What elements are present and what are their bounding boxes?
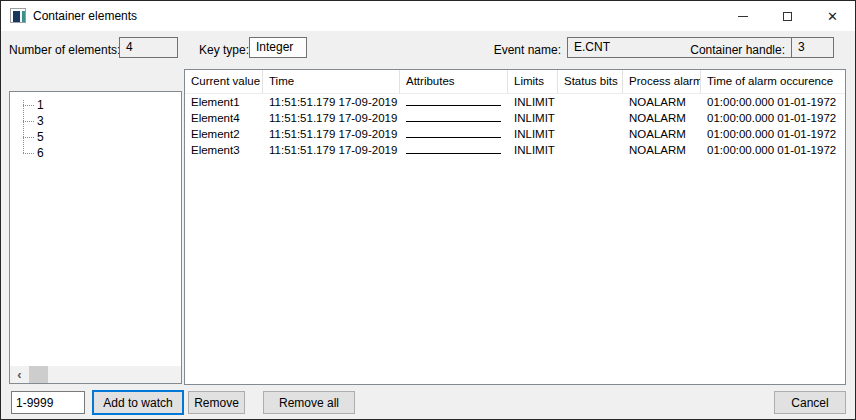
- minimize-icon: [738, 16, 748, 17]
- column-header-status-bits[interactable]: Status bits: [558, 70, 623, 93]
- window-title: Container elements: [33, 1, 137, 31]
- cell-process-alarm: NOALARM: [623, 126, 701, 142]
- table-row[interactable]: Element411:51:51.179 17-09-2019INLIMITNO…: [185, 110, 845, 126]
- cell-attributes: [400, 142, 508, 158]
- tree-branch-icon: [23, 137, 34, 138]
- cell-limits: INLIMIT: [508, 126, 558, 142]
- tree-item[interactable]: 6: [10, 145, 181, 161]
- remove-button[interactable]: Remove: [188, 391, 245, 414]
- tree-item[interactable]: 1: [10, 97, 181, 113]
- add-to-watch-button[interactable]: Add to watch: [92, 390, 184, 415]
- tree-branch-icon: [23, 105, 34, 106]
- attributes-blank-line: [406, 127, 501, 138]
- cancel-button[interactable]: Cancel: [774, 391, 846, 414]
- cell-alarm-time: 01:00:00.000 01-01-1972: [701, 126, 845, 142]
- container-handle-field[interactable]: 3: [791, 37, 834, 58]
- range-input[interactable]: [11, 391, 85, 414]
- cell-alarm-time: 01:00:00.000 01-01-1972: [701, 142, 845, 158]
- column-header-time[interactable]: Time: [263, 70, 400, 93]
- cell-limits: INLIMIT: [508, 110, 558, 126]
- table-header-row: Current valueTimeAttributesLimitsStatus …: [185, 70, 845, 94]
- tree-item-label: 3: [37, 113, 44, 129]
- cell-current-value: Element1: [185, 94, 263, 110]
- cell-status-bits: [558, 126, 623, 142]
- table-row[interactable]: Element311:51:51.179 17-09-2019INLIMITNO…: [185, 142, 845, 158]
- cell-status-bits: [558, 142, 623, 158]
- attributes-blank-line: [406, 111, 501, 122]
- horizontal-scrollbar[interactable]: ‹: [10, 366, 181, 383]
- column-header-limits[interactable]: Limits: [508, 70, 558, 93]
- tree-branch-icon: [23, 121, 34, 122]
- column-header-attributes[interactable]: Attributes: [400, 70, 508, 93]
- tree-item[interactable]: 3: [10, 113, 181, 129]
- cell-limits: INLIMIT: [508, 94, 558, 110]
- cell-attributes: [400, 94, 508, 110]
- cell-limits: INLIMIT: [508, 142, 558, 158]
- tree-item-label: 5: [37, 129, 44, 145]
- cell-time: 11:51:51.179 17-09-2019: [263, 142, 400, 158]
- column-header-current-value[interactable]: Current value: [185, 70, 263, 93]
- attributes-blank-line: [406, 95, 501, 106]
- number-of-elements-field[interactable]: 4: [119, 37, 178, 58]
- cell-time: 11:51:51.179 17-09-2019: [263, 110, 400, 126]
- table-row[interactable]: Element111:51:51.179 17-09-2019INLIMITNO…: [185, 94, 845, 110]
- tree-item-label: 1: [37, 97, 44, 113]
- table-row[interactable]: Element211:51:51.179 17-09-2019INLIMITNO…: [185, 126, 845, 142]
- attributes-blank-line: [406, 143, 501, 154]
- cell-alarm-time: 01:00:00.000 01-01-1972: [701, 110, 845, 126]
- maximize-icon: [783, 12, 792, 21]
- tree-branch-icon: [23, 153, 34, 154]
- column-header-process-alarm[interactable]: Process alarm: [623, 70, 701, 93]
- cell-current-value: Element2: [185, 126, 263, 142]
- key-type-label: Key type:: [199, 42, 249, 58]
- cell-attributes: [400, 126, 508, 142]
- cell-time: 11:51:51.179 17-09-2019: [263, 94, 400, 110]
- cell-time: 11:51:51.179 17-09-2019: [263, 126, 400, 142]
- cell-process-alarm: NOALARM: [623, 110, 701, 126]
- scrollbar-thumb[interactable]: [29, 366, 48, 383]
- cell-current-value: Element3: [185, 142, 263, 158]
- container-elements-dialog: Container elements ✕ Number of elements:…: [0, 0, 856, 420]
- cell-status-bits: [558, 94, 623, 110]
- elements-table: Current valueTimeAttributesLimitsStatus …: [184, 69, 846, 385]
- cell-current-value: Element4: [185, 110, 263, 126]
- table-body: Element111:51:51.179 17-09-2019INLIMITNO…: [185, 94, 845, 158]
- number-of-elements-label: Number of elements:: [9, 42, 120, 58]
- event-name-label: Event name:: [494, 42, 561, 58]
- element-tree-panel: 1356 ‹: [9, 91, 182, 384]
- container-handle-label: Container handle:: [690, 42, 785, 58]
- maximize-button[interactable]: [765, 1, 810, 31]
- minimize-button[interactable]: [720, 1, 765, 31]
- cell-alarm-time: 01:00:00.000 01-01-1972: [701, 94, 845, 110]
- cell-status-bits: [558, 110, 623, 126]
- remove-all-button[interactable]: Remove all: [263, 391, 355, 414]
- cell-attributes: [400, 110, 508, 126]
- tree-item-label: 6: [37, 145, 44, 161]
- key-type-field[interactable]: Integer: [249, 37, 307, 58]
- tree-item[interactable]: 5: [10, 129, 181, 145]
- close-button[interactable]: ✕: [810, 1, 855, 31]
- column-header-time-of-alarm-occurence[interactable]: Time of alarm occurence: [701, 70, 845, 93]
- cell-process-alarm: NOALARM: [623, 142, 701, 158]
- scroll-left-arrow-icon[interactable]: ‹: [11, 366, 28, 383]
- titlebar: Container elements ✕: [1, 1, 855, 31]
- cell-process-alarm: NOALARM: [623, 94, 701, 110]
- close-icon: ✕: [827, 10, 838, 23]
- app-window-icon: [10, 8, 26, 23]
